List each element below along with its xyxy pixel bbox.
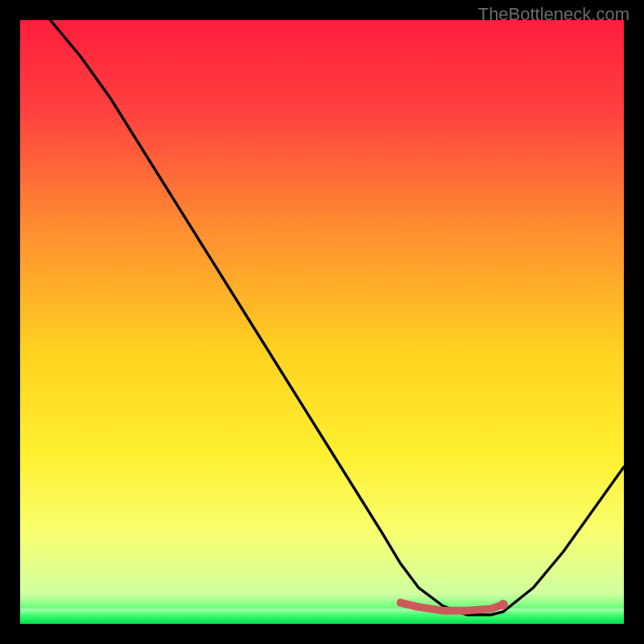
bottleneck-curve — [51, 20, 625, 615]
watermark-text: TheBottleneck.com — [478, 4, 630, 25]
chart-plot-area — [20, 20, 624, 624]
optimal-range-marker — [401, 603, 504, 611]
chart-curve-layer — [20, 20, 624, 624]
optimal-range-end-dot — [498, 600, 508, 609]
